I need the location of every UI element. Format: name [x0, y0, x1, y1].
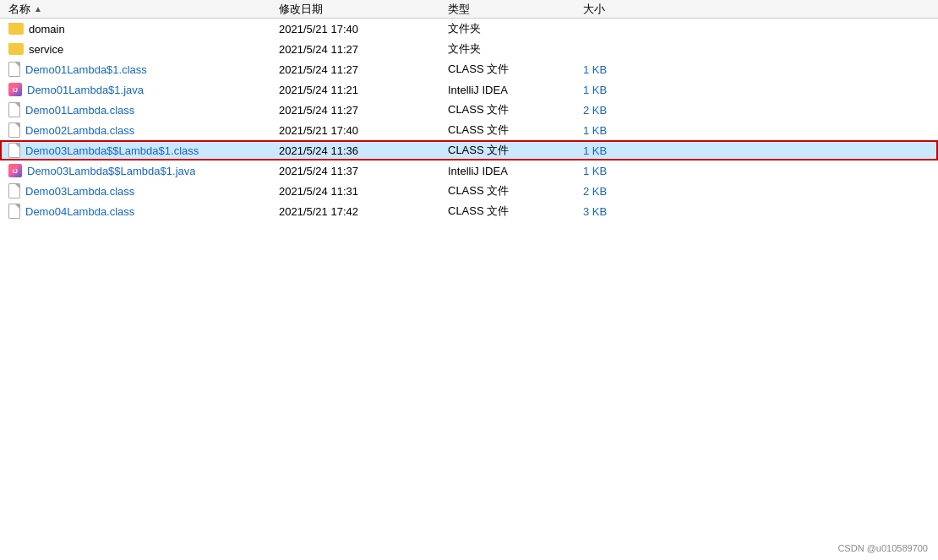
file-explorer: 名称 ▲ 修改日期 类型 大小 domain 2021/5/21 17:40 文… [0, 0, 938, 560]
file-cell-date: 2021/5/24 11:31 [270, 185, 439, 198]
file-cell-type: 文件夹 [439, 41, 575, 57]
intellij-icon: IJ [8, 83, 22, 96]
file-cell-date: 2021/5/24 11:27 [270, 63, 439, 76]
list-item[interactable]: IJ Demo03Lambda$$Lambda$1.java 2021/5/24… [0, 160, 938, 181]
file-cell-type: 文件夹 [439, 21, 575, 36]
list-item[interactable]: service 2021/5/24 11:27 文件夹 [0, 39, 938, 59]
file-cell-name: IJ Demo03Lambda$$Lambda$1.java [0, 164, 270, 177]
file-name: domain [29, 23, 65, 35]
list-item[interactable]: Demo04Lambda.class 2021/5/21 17:42 CLASS… [0, 201, 938, 221]
col-header-size[interactable]: 大小 [575, 2, 659, 17]
col-name-label: 名称 [8, 2, 30, 17]
file-name: service [29, 43, 63, 56]
list-item[interactable]: Demo02Lambda.class 2021/5/21 17:40 CLASS… [0, 120, 938, 140]
file-cell-date: 2021/5/24 11:21 [270, 84, 439, 96]
folder-icon [8, 23, 24, 35]
list-item[interactable]: domain 2021/5/21 17:40 文件夹 [0, 19, 938, 39]
list-item[interactable]: Demo03Lambda.class 2021/5/24 11:31 CLASS… [0, 181, 938, 201]
file-cell-date: 2021/5/21 17:40 [270, 124, 439, 137]
file-cell-type: IntelliJ IDEA [439, 84, 575, 96]
file-cell-size: 1 KB [575, 63, 659, 76]
file-cell-size: 2 KB [575, 185, 659, 198]
file-name: Demo02Lambda.class [25, 124, 134, 137]
file-icon [8, 122, 20, 138]
file-cell-type: CLASS 文件 [439, 183, 575, 198]
file-cell-date: 2021/5/21 17:40 [270, 23, 439, 35]
list-item[interactable]: Demo03Lambda$$Lambda$1.class 2021/5/24 1… [0, 140, 938, 160]
file-name: Demo01Lambda.class [25, 104, 134, 117]
file-cell-size: 2 KB [575, 104, 659, 117]
file-cell-name: IJ Demo01Lambda$1.java [0, 83, 270, 96]
file-cell-type: IntelliJ IDEA [439, 165, 575, 177]
file-cell-name: Demo01Lambda.class [0, 102, 270, 117]
col-header-date[interactable]: 修改日期 [270, 2, 439, 17]
file-cell-name: domain [0, 23, 270, 35]
file-cell-name: Demo03Lambda.class [0, 183, 270, 198]
folder-icon [8, 43, 24, 55]
file-name: Demo03Lambda$$Lambda$1.class [25, 144, 199, 157]
file-icon [8, 183, 20, 198]
file-cell-type: CLASS 文件 [439, 122, 575, 138]
file-cell-size: 1 KB [575, 165, 659, 177]
file-cell-type: CLASS 文件 [439, 143, 575, 158]
file-name: Demo04Lambda.class [25, 205, 134, 218]
file-icon [8, 102, 20, 117]
file-cell-size: 1 KB [575, 144, 659, 157]
file-cell-date: 2021/5/24 11:37 [270, 165, 439, 177]
file-cell-size: 1 KB [575, 124, 659, 137]
file-cell-size: 3 KB [575, 205, 659, 218]
file-icon [8, 62, 20, 77]
file-cell-name: Demo03Lambda$$Lambda$1.class [0, 143, 270, 158]
file-cell-type: CLASS 文件 [439, 62, 575, 77]
file-name: Demo01Lambda$1.class [25, 63, 147, 76]
intellij-icon: IJ [8, 164, 22, 177]
file-cell-name: Demo04Lambda.class [0, 204, 270, 219]
column-header-row: 名称 ▲ 修改日期 类型 大小 [0, 0, 938, 19]
file-cell-name: service [0, 43, 270, 56]
col-header-name[interactable]: 名称 ▲ [0, 2, 270, 17]
file-cell-name: Demo01Lambda$1.class [0, 62, 270, 77]
file-cell-type: CLASS 文件 [439, 102, 575, 117]
file-icon [8, 143, 20, 158]
list-item[interactable]: Demo01Lambda$1.class 2021/5/24 11:27 CLA… [0, 59, 938, 79]
sort-arrow-icon: ▲ [34, 4, 42, 14]
col-header-type[interactable]: 类型 [439, 2, 575, 17]
list-item[interactable]: IJ Demo01Lambda$1.java 2021/5/24 11:21 I… [0, 79, 938, 100]
file-list: domain 2021/5/21 17:40 文件夹 service 2021/… [0, 19, 938, 221]
file-cell-date: 2021/5/24 11:27 [270, 43, 439, 56]
file-cell-date: 2021/5/21 17:42 [270, 205, 439, 218]
watermark: CSDN @u010589700 [837, 543, 928, 553]
file-cell-size: 1 KB [575, 84, 659, 96]
file-name: Demo03Lambda.class [25, 185, 134, 198]
list-item[interactable]: Demo01Lambda.class 2021/5/24 11:27 CLASS… [0, 100, 938, 120]
file-cell-date: 2021/5/24 11:27 [270, 104, 439, 117]
file-name: Demo03Lambda$$Lambda$1.java [27, 165, 195, 177]
file-icon [8, 204, 20, 219]
file-cell-type: CLASS 文件 [439, 204, 575, 219]
file-cell-date: 2021/5/24 11:36 [270, 144, 439, 157]
file-name: Demo01Lambda$1.java [27, 84, 144, 96]
file-cell-name: Demo02Lambda.class [0, 122, 270, 138]
